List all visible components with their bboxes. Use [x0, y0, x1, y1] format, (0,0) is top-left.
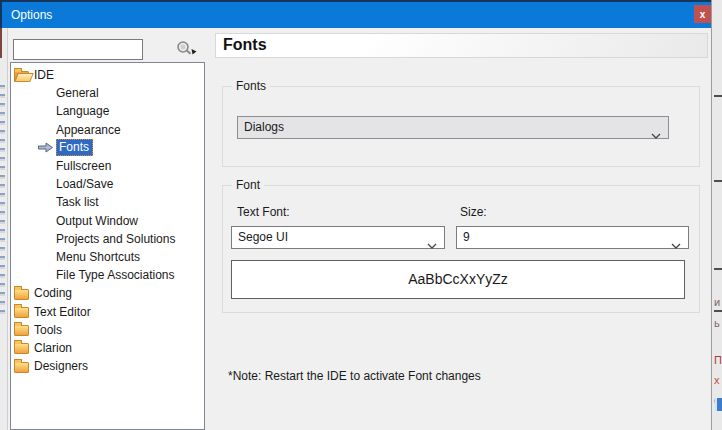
- tree-item-task-list[interactable]: Task list: [11, 193, 204, 211]
- background-text-fragment: х: [714, 374, 720, 386]
- background-text-fragment: и: [714, 296, 720, 308]
- background-line: [714, 180, 722, 182]
- tree-item-file-type-associations[interactable]: File Type Associations: [11, 266, 204, 284]
- tree-item-appearance[interactable]: Appearance: [11, 121, 204, 139]
- background-line: [714, 310, 722, 312]
- tree-item-fonts-selected[interactable]: Fonts: [11, 139, 204, 157]
- font-size-value: 9: [463, 230, 470, 244]
- folder-icon: [14, 362, 29, 373]
- tree-item-label: Text Editor: [34, 305, 91, 319]
- font-preview-text: AaBbCcXxYyZz: [408, 271, 508, 287]
- tree-item-tools[interactable]: Tools: [11, 321, 204, 339]
- settings-tree[interactable]: IDE General Language Appearance Fonts: [10, 62, 205, 430]
- chevron-down-icon: [651, 125, 661, 146]
- tree-item-projects-solutions[interactable]: Projects and Solutions: [11, 230, 204, 248]
- font-category-dropdown[interactable]: Dialogs: [237, 116, 669, 139]
- tree-item-clarion[interactable]: Clarion: [11, 339, 204, 357]
- page-title: Fonts: [215, 33, 708, 58]
- tree-item-label: Coding: [34, 286, 72, 300]
- options-dialog: Options x IDE General Language: [0, 0, 722, 430]
- folder-icon: [14, 343, 29, 354]
- chevron-down-icon: [427, 235, 437, 256]
- background-line: [714, 95, 722, 97]
- text-font-label: Text Font:: [237, 205, 290, 219]
- folder-icon: [14, 325, 29, 336]
- tree-rows: IDE General Language Appearance Fonts: [11, 66, 204, 375]
- tree-item-output-window[interactable]: Output Window: [11, 212, 204, 230]
- tree-item-label: Language: [56, 104, 109, 118]
- tree-item-menu-shortcuts[interactable]: Menu Shortcuts: [11, 248, 204, 266]
- titlebar[interactable]: Options: [0, 0, 711, 28]
- tree-item-label: Projects and Solutions: [56, 232, 175, 246]
- chevron-down-icon: [671, 235, 681, 256]
- close-button[interactable]: x: [694, 5, 711, 23]
- folder-icon: [14, 307, 29, 318]
- search-input[interactable]: [13, 39, 143, 60]
- dialog-left-edge: [7, 28, 8, 430]
- font-size-combobox[interactable]: 9: [456, 226, 689, 249]
- background-line: [714, 268, 722, 270]
- tree-item-designers[interactable]: Designers: [11, 357, 204, 375]
- tree-item-label: Menu Shortcuts: [56, 250, 140, 264]
- background-window-left-sliver: [0, 28, 7, 430]
- tree-item-label: File Type Associations: [56, 268, 175, 282]
- font-category-value: Dialogs: [244, 120, 284, 134]
- font-preview-box: AaBbCcXxYyZz: [231, 260, 685, 299]
- tree-item-load-save[interactable]: Load/Save: [11, 175, 204, 193]
- tree-item-coding[interactable]: Coding: [11, 284, 204, 302]
- open-folder-icon: [14, 71, 29, 82]
- restart-note: *Note: Restart the IDE to activate Font …: [228, 369, 481, 383]
- folder-icon: [14, 289, 29, 300]
- text-font-dropdown[interactable]: Segoe UI: [231, 226, 445, 249]
- background-text-fragment: ь: [714, 317, 720, 329]
- tree-item-label: IDE: [34, 68, 54, 82]
- background-window-right-sliver: и ь П х о: [711, 0, 722, 430]
- tree-item-label: Task list: [56, 195, 99, 209]
- tree-item-label: General: [56, 86, 99, 100]
- tree-item-label: Output Window: [56, 214, 138, 228]
- tree-item-text-editor[interactable]: Text Editor: [11, 302, 204, 320]
- tree-item-label: Designers: [34, 359, 88, 373]
- search-icon[interactable]: [175, 40, 199, 58]
- current-item-arrow-icon: [38, 142, 53, 153]
- tree-item-label: Appearance: [56, 123, 121, 137]
- tree-item-fullscreen[interactable]: Fullscreen: [11, 157, 204, 175]
- text-font-value: Segoe UI: [238, 230, 288, 244]
- size-label: Size:: [460, 205, 487, 219]
- tree-item-label-selected: Fonts: [56, 139, 93, 156]
- fonts-groupbox-label: Fonts: [232, 79, 270, 93]
- font-groupbox-label: Font: [232, 178, 264, 192]
- close-icon: x: [700, 9, 706, 20]
- tree-item-general[interactable]: General: [11, 84, 204, 102]
- window-title: Options: [2, 8, 52, 22]
- tree-item-ide[interactable]: IDE: [11, 66, 204, 84]
- tree-item-label: Clarion: [34, 341, 72, 355]
- background-text-fragment: П: [714, 354, 722, 366]
- tree-item-label: Fullscreen: [56, 159, 111, 173]
- background-icon-fragment: [715, 398, 722, 411]
- tree-item-label: Tools: [34, 323, 62, 337]
- tree-item-label: Load/Save: [56, 177, 113, 191]
- tree-item-language[interactable]: Language: [11, 102, 204, 120]
